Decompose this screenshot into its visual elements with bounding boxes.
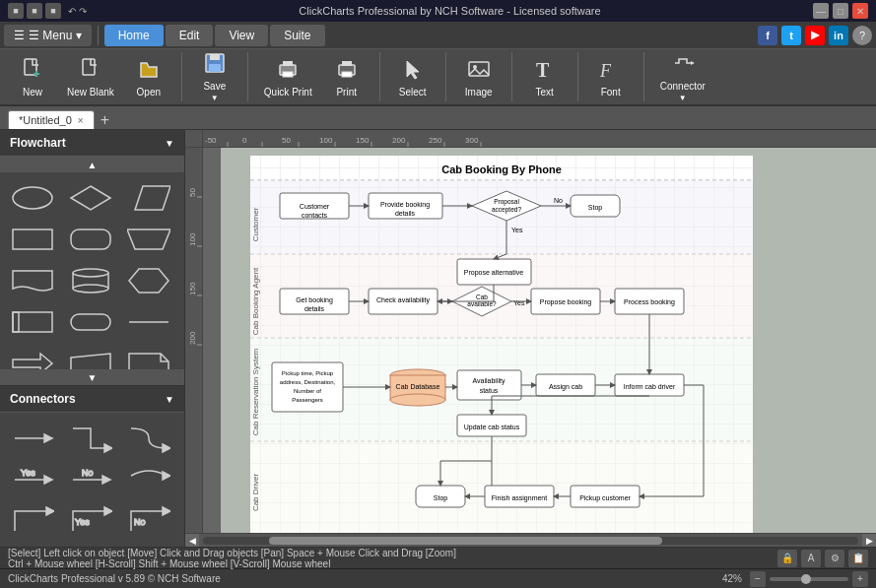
diagram-canvas[interactable]: Cab Booking By Phone Cust [221,148,876,533]
horizontal-scrollbar[interactable]: ◀ ▶ [185,533,876,547]
shape-parallelogram[interactable] [124,180,173,216]
svg-text:Yes: Yes [513,299,525,306]
connector-dropdown-icon[interactable]: ▼ [679,94,687,102]
tab-home[interactable]: Home [104,25,164,46]
connector-elbow2[interactable] [8,503,57,539]
quick-print-icon [276,57,300,85]
menu-button[interactable]: ☰ ☰ Menu ▾ [4,25,92,46]
youtube-icon[interactable]: ▶ [805,26,825,45]
svg-marker-47 [46,507,54,515]
scroll-up-button[interactable]: ▲ [0,157,184,172]
shapes-grid [0,172,184,369]
shape-doc[interactable] [8,263,57,298]
save-label: Save [203,81,226,92]
svg-text:details: details [304,305,325,312]
svg-text:Assign cab: Assign cab [549,383,582,391]
select-label: Select [399,87,427,98]
svg-text:address, Destination,: address, Destination, [280,379,336,385]
connector-button[interactable]: Connector ▼ [652,52,713,101]
horizontal-ruler: -50 0 50 100 150 200 250 300 [203,130,876,148]
status-icon-1[interactable]: 🔒 [777,550,797,567]
svg-text:Stop: Stop [588,204,603,212]
shape-note[interactable] [124,346,173,369]
text-button[interactable]: T Text [520,52,570,101]
hscroll-track[interactable] [203,537,858,545]
twitter-icon[interactable]: t [781,26,801,45]
flowchart-section-header[interactable]: Flowchart ▼ [0,130,184,157]
svg-text:150: 150 [356,136,370,145]
shape-diamond[interactable] [66,180,115,216]
minimize-button[interactable]: — [813,3,829,19]
save-dropdown-icon[interactable]: ▼ [211,94,219,102]
quick-print-button[interactable]: Quick Print [256,52,320,101]
shape-manual-input[interactable] [66,346,115,369]
facebook-icon[interactable]: f [758,26,777,45]
zoom-minus-button[interactable]: − [750,571,766,587]
shape-trapezoid[interactable] [124,222,173,257]
svg-text:Provide booking: Provide booking [380,201,430,209]
print-button[interactable]: Print [322,52,371,101]
scroll-left-button[interactable]: ◀ [185,534,199,548]
connector-yes-label[interactable]: Yes [8,462,57,497]
tab-edit[interactable]: Edit [166,25,214,46]
font-button[interactable]: F Font [586,52,636,101]
svg-text:contacts: contacts [302,212,328,219]
print-label: Print [336,87,357,98]
font-tool-group: F Font [586,52,644,101]
zoom-slider[interactable] [770,577,848,581]
tab-suite[interactable]: Suite [270,25,324,46]
svg-text:Pickup time, Pickup: Pickup time, Pickup [282,370,334,376]
close-button[interactable]: ✕ [852,3,868,19]
shape-rect2[interactable] [8,304,57,340]
tab-view[interactable]: View [215,25,268,46]
svg-text:No: No [82,468,94,478]
zoom-plus-button[interactable]: + [852,571,868,587]
image-button[interactable]: Image [454,52,504,101]
connector-elbow[interactable] [66,421,115,456]
select-button[interactable]: Select [388,52,438,101]
tab-close-button[interactable]: × [78,115,84,126]
status-icon-4[interactable]: 📋 [848,550,868,567]
connectors-section-header[interactable]: Connectors ▼ [0,386,184,413]
redo-icon[interactable]: ↷ [79,6,87,17]
tab-add-button[interactable]: + [95,111,115,129]
svg-rect-30 [13,312,19,332]
app-icon-2: ■ [27,3,42,19]
connector-icon [671,51,695,79]
scroll-right-button[interactable]: ▶ [862,534,876,548]
help-icon[interactable]: ? [852,26,872,45]
connector-bidirectional[interactable] [124,462,173,497]
rulers-row: -50 0 50 100 150 200 250 300 [185,130,876,148]
shape-rounded-rect[interactable] [66,222,115,257]
connector-no2[interactable]: No [124,503,173,539]
title-text: ClickCharts Professional by NCH Software… [87,5,813,17]
save-button[interactable]: Save ▼ [190,52,239,101]
shape-oval[interactable] [8,180,57,216]
svg-text:Customer: Customer [300,203,330,210]
undo-icon[interactable]: ↶ [68,6,76,17]
tab-current[interactable]: *Untitled_0 × [8,110,95,129]
shape-arrow[interactable] [8,346,57,369]
connector-curved[interactable] [124,421,173,456]
open-button[interactable]: Open [124,52,173,101]
linkedin-icon[interactable]: in [829,26,848,45]
status-icon-3[interactable]: ⚙ [825,550,844,567]
connector-straight[interactable] [8,421,57,456]
svg-marker-38 [104,444,112,452]
connectors-chevron-icon: ▼ [165,394,174,405]
svg-marker-28 [129,269,168,293]
new-blank-button[interactable]: New Blank [59,52,122,101]
shape-rect[interactable] [8,222,57,257]
new-button[interactable]: New [8,52,57,101]
shape-line[interactable] [124,304,173,340]
hscroll-thumb[interactable] [269,537,662,545]
shape-terminator[interactable] [66,304,115,340]
maximize-button[interactable]: □ [833,3,848,19]
zoom-slider-thumb[interactable] [801,574,811,584]
shape-hexagon[interactable] [124,263,173,298]
shape-cylinder[interactable] [66,263,115,298]
status-icon-2[interactable]: A [801,550,821,567]
connector-no-label[interactable]: No [66,462,115,497]
connector-yes2[interactable]: Yes [66,503,115,539]
scroll-down-button[interactable]: ▼ [0,369,184,385]
